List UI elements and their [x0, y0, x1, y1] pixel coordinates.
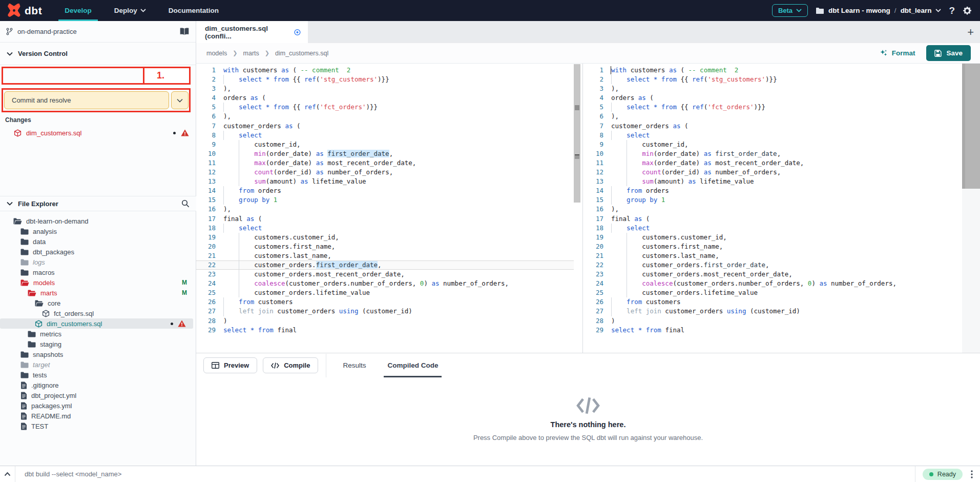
- code-line[interactable]: 24 coalesce(customer_orders.number_of_or…: [584, 279, 962, 288]
- code-line[interactable]: 8 select: [584, 131, 962, 140]
- code-line[interactable]: 27 left join customer_orders using (cust…: [196, 307, 574, 316]
- code-line[interactable]: 6),: [584, 112, 962, 121]
- code-line[interactable]: 3),: [584, 84, 962, 93]
- code-line[interactable]: 10 min(order_date) as first_order_date,: [196, 149, 574, 158]
- breadcrumb-file[interactable]: dim_customers.sql: [275, 50, 328, 57]
- tree-item-snapshots[interactable]: snapshots: [0, 349, 196, 359]
- tab-dim-customers[interactable]: dim_customers.sql (confli...: [196, 21, 308, 43]
- nav-develop[interactable]: Develop: [53, 0, 103, 21]
- compile-button[interactable]: Compile: [263, 357, 318, 373]
- commit-options-dropdown[interactable]: [171, 91, 189, 109]
- new-tab-button[interactable]: +: [967, 21, 974, 43]
- tree-item-data[interactable]: data: [0, 236, 196, 247]
- tree-item-marts[interactable]: martsM: [0, 288, 196, 298]
- code-line[interactable]: 15 group by 1: [196, 195, 574, 205]
- tree-item-metrics[interactable]: metrics: [0, 329, 196, 339]
- code-line[interactable]: 4orders as (: [584, 93, 962, 103]
- nav-deploy[interactable]: Deploy: [103, 0, 157, 21]
- tree-item-staging[interactable]: staging: [0, 339, 196, 349]
- code-line[interactable]: 3),: [196, 84, 574, 93]
- code-line[interactable]: 18 select: [196, 224, 574, 233]
- breadcrumb-marts[interactable]: marts: [243, 50, 259, 57]
- code-line[interactable]: 8 select: [196, 131, 574, 140]
- code-line[interactable]: 2 select * from {{ ref('stg_customers')}…: [196, 75, 574, 84]
- code-line[interactable]: 22 customer_orders.first_order_date,: [584, 260, 962, 270]
- code-line[interactable]: 10 min(order_date) as first_order_date,: [584, 149, 962, 158]
- kebab-menu-icon[interactable]: [971, 470, 973, 478]
- commit-and-resolve-button[interactable]: Commit and resolve: [4, 91, 169, 109]
- code-pane-left[interactable]: 1with customers as ( -- comment 22 selec…: [196, 64, 574, 353]
- code-line[interactable]: 28): [196, 316, 574, 326]
- version-control-header[interactable]: Version Control: [0, 43, 196, 65]
- tree-item-target[interactable]: target: [0, 359, 196, 370]
- tree-item-test[interactable]: TEST: [0, 421, 196, 431]
- tab-results[interactable]: Results: [332, 353, 377, 377]
- code-line[interactable]: 19 customers.customer_id,: [196, 233, 574, 242]
- code-line[interactable]: 24 coalesce(customer_orders.number_of_or…: [196, 279, 574, 288]
- code-line[interactable]: 17final as (: [196, 214, 574, 224]
- save-button[interactable]: Save: [926, 45, 971, 61]
- code-line[interactable]: 28): [584, 316, 962, 326]
- code-line[interactable]: 12 count(order_id) as number_of_orders,: [196, 168, 574, 177]
- tree-item-dbt-project-yml[interactable]: dbt_project.yml: [0, 390, 196, 400]
- nav-documentation[interactable]: Documentation: [157, 0, 230, 21]
- preview-button[interactable]: Preview: [203, 357, 257, 373]
- tree-item--gitignore[interactable]: .gitignore: [0, 380, 196, 390]
- help-icon[interactable]: ?: [949, 5, 955, 16]
- code-line[interactable]: 5 select * from {{ ref('fct_orders')}}: [584, 103, 962, 112]
- search-icon[interactable]: [181, 199, 190, 208]
- code-line[interactable]: 13 sum(amount) as lifetime_value: [584, 177, 962, 186]
- dbt-logo[interactable]: dbt: [0, 4, 53, 17]
- tree-item-dim-customers-sql[interactable]: dim_customers.sql: [0, 318, 193, 329]
- code-line[interactable]: 23 customer_orders.most_recent_order_dat…: [584, 270, 962, 279]
- breadcrumb-models[interactable]: models: [206, 50, 227, 57]
- gear-icon[interactable]: [963, 6, 972, 15]
- code-line[interactable]: 26 from customers: [196, 297, 574, 307]
- tree-item-dbt-learn-on-demand[interactable]: dbt-learn-on-demand: [0, 216, 196, 226]
- code-line[interactable]: 26 from customers: [584, 297, 962, 307]
- code-line[interactable]: 19 customers.customer_id,: [584, 233, 962, 242]
- tree-item-logs[interactable]: logs: [0, 257, 196, 267]
- code-line[interactable]: 22 customer_orders.first_order_date,: [196, 260, 574, 270]
- code-line[interactable]: 5 select * from {{ ref('fct_orders')}}: [196, 103, 574, 112]
- code-line[interactable]: 29select * from final: [584, 326, 962, 335]
- code-line[interactable]: 14 from orders: [196, 186, 574, 195]
- command-input[interactable]: dbt build --select <model_name>: [15, 470, 915, 478]
- code-line[interactable]: 23 customer_orders.most_recent_order_dat…: [196, 270, 574, 279]
- file-explorer-header[interactable]: File Explorer: [0, 196, 196, 211]
- tree-item-core[interactable]: core: [0, 298, 196, 308]
- tree-item-packages-yml[interactable]: packages.yml: [0, 400, 196, 411]
- tree-item-macros[interactable]: macros: [0, 267, 196, 277]
- code-line[interactable]: 18 select: [584, 224, 962, 233]
- code-line[interactable]: 9 customer_id,: [584, 140, 962, 149]
- code-line[interactable]: 11 max(order_date) as most_recent_order_…: [584, 158, 962, 168]
- code-line[interactable]: 7customer_orders as (: [196, 122, 574, 131]
- code-line[interactable]: 20 customers.first_name,: [584, 242, 962, 251]
- code-line[interactable]: 7customer_orders as (: [584, 122, 962, 131]
- code-line[interactable]: 21 customers.last_name,: [196, 251, 574, 260]
- tree-item-tests[interactable]: tests: [0, 370, 196, 380]
- tree-item-dbt-packages[interactable]: dbt_packages: [0, 247, 196, 257]
- code-line[interactable]: 1with customers as ( -- comment 2: [584, 66, 962, 75]
- account-project-switcher[interactable]: dbt Learn - mwong / dbt_learn: [816, 7, 941, 14]
- code-line[interactable]: 2 select * from {{ ref('stg_customers')}…: [584, 75, 962, 84]
- code-line[interactable]: 14 from orders: [584, 186, 962, 195]
- code-line[interactable]: 20 customers.first_name,: [196, 242, 574, 251]
- overview-ruler[interactable]: [574, 64, 580, 203]
- expand-command-bar-button[interactable]: [0, 466, 15, 482]
- tree-item-models[interactable]: modelsM: [0, 277, 196, 288]
- code-line[interactable]: 9 customer_id,: [196, 140, 574, 149]
- code-line[interactable]: 27 left join customer_orders using (cust…: [584, 307, 962, 316]
- code-line[interactable]: 17final as (: [584, 214, 962, 224]
- book-icon[interactable]: [180, 28, 190, 36]
- format-button[interactable]: Format: [880, 49, 915, 57]
- code-line[interactable]: 13 sum(amount) as lifetime_value: [196, 177, 574, 186]
- tab-compiled-code[interactable]: Compiled Code: [377, 353, 449, 377]
- code-pane-right[interactable]: 1with customers as ( -- comment 22 selec…: [584, 64, 962, 353]
- tree-item-readme-md[interactable]: README.md: [0, 411, 196, 421]
- tree-item-fct-orders-sql[interactable]: fct_orders.sql: [0, 308, 196, 318]
- changed-file-row[interactable]: dim_customers.sql: [0, 126, 196, 139]
- code-line[interactable]: 15 group by 1: [584, 195, 962, 205]
- code-line[interactable]: 25 customer_orders.lifetime_value: [196, 288, 574, 297]
- tree-item-analysis[interactable]: analysis: [0, 226, 196, 236]
